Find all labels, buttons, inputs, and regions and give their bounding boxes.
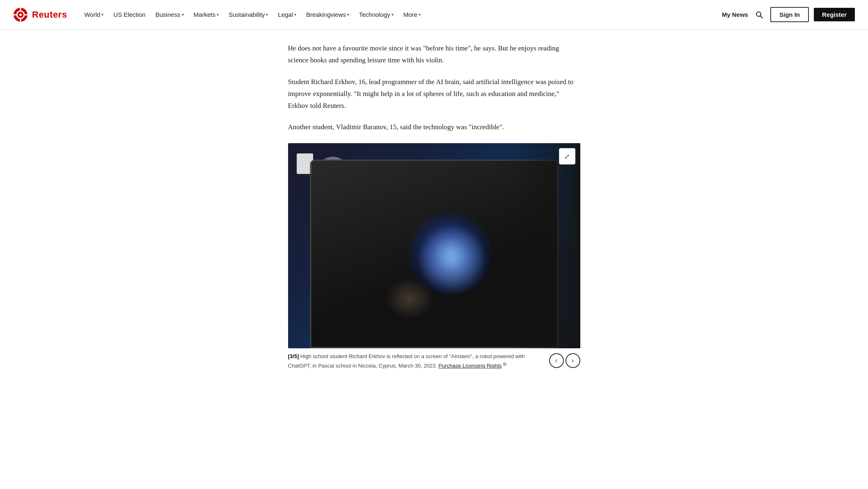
search-icon — [755, 11, 763, 19]
nav-item-world[interactable]: World ▾ — [80, 9, 108, 21]
image-inner — [288, 143, 580, 348]
expand-icon: ⤢ — [564, 153, 570, 160]
nav-item-sustainability[interactable]: Sustainability ▾ — [224, 9, 272, 21]
my-news-link[interactable]: My News — [722, 11, 748, 18]
main-nav: World ▾ US Election Business ▾ Markets ▾… — [80, 9, 721, 21]
image-caption: [3/5] High school student Richard Erkhov… — [288, 352, 543, 370]
reuters-logo-icon — [13, 7, 28, 22]
article-content: He does not have a favourite movie since… — [278, 30, 590, 395]
image-ai-glow — [410, 213, 492, 295]
nav-item-legal[interactable]: Legal ▾ — [274, 9, 300, 21]
article-image: ⤢ — [288, 143, 580, 348]
search-button[interactable] — [753, 9, 765, 21]
nav-item-technology[interactable]: Technology ▾ — [355, 9, 398, 21]
next-image-button[interactable]: › — [566, 353, 580, 368]
article-paragraph-3: Another student, Vladimir Baranov, 15, s… — [288, 121, 580, 133]
article-paragraph-1: He does not have a favourite movie since… — [288, 43, 580, 66]
world-chevron-icon: ▾ — [101, 12, 103, 17]
site-header: Reuters World ▾ US Election Business ▾ M… — [0, 0, 868, 30]
nav-item-business[interactable]: Business ▾ — [151, 9, 188, 21]
markets-chevron-icon: ▾ — [217, 12, 219, 17]
nav-item-breakingviews[interactable]: Breakingviews ▾ — [302, 9, 353, 21]
sustainability-chevron-icon: ▾ — [266, 12, 268, 17]
expand-image-button[interactable]: ⤢ — [559, 148, 575, 165]
prev-image-button[interactable]: ‹ — [549, 353, 564, 368]
external-link-icon: ⧉ — [503, 361, 506, 366]
logo[interactable]: Reuters — [13, 7, 67, 22]
legal-chevron-icon: ▾ — [294, 12, 296, 17]
image-caption-row: [3/5] High school student Richard Erkhov… — [288, 352, 580, 370]
image-count: [3/5] — [288, 353, 299, 359]
register-button[interactable]: Register — [814, 8, 855, 21]
reuters-logo-text: Reuters — [32, 9, 67, 20]
technology-chevron-icon: ▾ — [392, 12, 394, 17]
article-paragraph-2: Student Richard Erkhov, 16, lead program… — [288, 76, 580, 112]
breakingviews-chevron-icon: ▾ — [347, 12, 349, 17]
nav-item-more[interactable]: More ▾ — [399, 9, 425, 21]
svg-line-8 — [760, 16, 763, 18]
image-right-overlay — [507, 143, 580, 348]
business-chevron-icon: ▾ — [182, 12, 184, 17]
purchase-licensing-link[interactable]: Purchase Licensing Rights — [439, 363, 502, 369]
article-image-block: ⤢ [3/5] High school student Richard Erkh… — [288, 143, 580, 370]
nav-right: My News Sign In Register — [722, 7, 855, 22]
nav-item-us-election[interactable]: US Election — [109, 9, 149, 21]
sign-in-button[interactable]: Sign In — [770, 7, 809, 22]
more-chevron-icon: ▾ — [419, 12, 421, 17]
nav-item-markets[interactable]: Markets ▾ — [190, 9, 223, 21]
image-nav-arrows: ‹ › — [549, 353, 580, 368]
svg-point-2 — [19, 14, 22, 16]
